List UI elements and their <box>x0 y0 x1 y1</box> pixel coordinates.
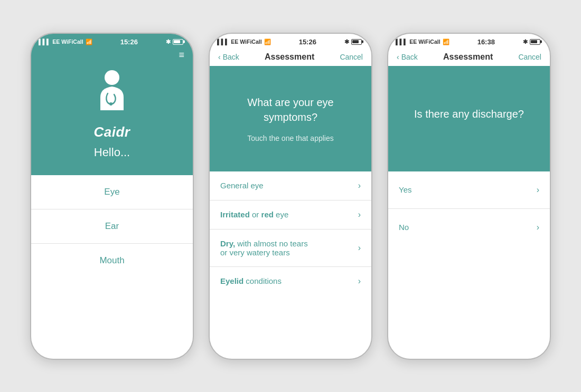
nav-phone2: ‹ Back Assessment Cancel <box>210 48 371 66</box>
hello-text: Hello... <box>94 146 130 159</box>
option-eyelid-label: Eyelid conditions <box>220 276 282 285</box>
status-bar-phone2: ▌▌▌ EE WiFiCall 📶 15:26 ✱ <box>210 34 371 48</box>
cancel-button-phone2[interactable]: Cancel <box>340 53 363 61</box>
status-icons-phone3: ✱ <box>523 39 540 45</box>
menu-item-mouth-label: Mouth <box>99 255 124 266</box>
options-list-phone3: Yes › No › <box>388 171 550 359</box>
question-hero-phone3: Is there any discharge? <box>388 66 550 171</box>
phone-3: ▌▌▌ EE WiFiCall 📶 16:38 ✱ ‹ Back Assessm… <box>387 33 551 360</box>
back-chevron-icon-3: ‹ <box>397 53 399 61</box>
time-label-phone2: 15:26 <box>299 38 316 46</box>
cancel-label-2: Cancel <box>340 53 363 61</box>
bluetooth-icon-3: ✱ <box>523 39 528 45</box>
wifi-icon-2: 📶 <box>264 39 271 45</box>
back-button-phone2[interactable]: ‹ Back <box>218 53 239 61</box>
signal-phone1: ▌▌▌ EE WiFiCall 📶 <box>39 39 92 45</box>
option-general-eye[interactable]: General eye › <box>210 171 371 200</box>
chevron-icon-4: › <box>358 276 361 286</box>
phone1-status-area: ▌▌▌ EE WiFiCall 📶 15:26 ✱ ≡ <box>31 34 193 175</box>
signal-phone3: ▌▌▌ EE WiFiCall 📶 <box>396 39 449 45</box>
question-hero-phone2: What are your eye symptoms? Touch the on… <box>210 66 371 171</box>
doctor-icon <box>91 68 133 116</box>
bluetooth-icon: ✱ <box>166 39 171 45</box>
signal-bars: ▌▌▌ <box>39 39 50 45</box>
svg-point-0 <box>105 70 119 85</box>
option-yes-label: Yes <box>399 185 411 194</box>
battery-icon-phone3 <box>530 39 540 45</box>
phone-1: ▌▌▌ EE WiFiCall 📶 15:26 ✱ ≡ <box>30 33 194 360</box>
chevron-icon-yes: › <box>537 185 539 195</box>
option-irritated-red-eye[interactable]: Irritated or red eye › <box>210 200 371 230</box>
status-icons-phone1: ✱ <box>166 39 183 45</box>
question-subtext-phone2: Touch the one that applies <box>247 134 333 142</box>
nav-title-phone2: Assessment <box>265 52 314 62</box>
svg-point-1 <box>109 102 113 106</box>
back-button-phone3[interactable]: ‹ Back <box>397 53 418 61</box>
carrier-label-3: EE WiFiCall <box>409 39 440 45</box>
chevron-icon-3: › <box>358 243 361 253</box>
chevron-icon-no: › <box>537 223 539 232</box>
signal-bars-2: ▌▌▌ <box>217 39 229 45</box>
home-hero: Caidr Hello... <box>31 63 193 175</box>
battery-icon-phone1 <box>173 39 183 45</box>
menu-list: Eye Ear Mouth <box>31 175 193 359</box>
option-dry-eye-label: Dry, with almost no tearsor very watery … <box>220 239 308 257</box>
option-eyelid-conditions[interactable]: Eyelid conditions › <box>210 267 371 295</box>
phone-2: ▌▌▌ EE WiFiCall 📶 15:26 ✱ ‹ Back Assessm… <box>209 33 372 360</box>
time-label-phone1: 15:26 <box>120 38 138 46</box>
carrier-label-2: EE WiFiCall <box>231 39 261 45</box>
option-general-eye-label: General eye <box>220 181 264 190</box>
option-dry-eye[interactable]: Dry, with almost no tearsor very watery … <box>210 230 371 267</box>
menu-item-eye[interactable]: Eye <box>31 175 193 209</box>
question-text-phone2: What are your eye symptoms? <box>222 95 359 125</box>
chevron-icon-1: › <box>358 181 361 190</box>
phones-container: ▌▌▌ EE WiFiCall 📶 15:26 ✱ ≡ <box>30 33 551 360</box>
menu-item-ear-label: Ear <box>105 221 119 232</box>
app-title: Caidr <box>94 124 130 140</box>
bluetooth-icon-2: ✱ <box>344 39 349 45</box>
carrier-label: EE WiFiCall <box>52 39 83 45</box>
status-bar-phone1: ▌▌▌ EE WiFiCall 📶 15:26 ✱ <box>31 34 193 48</box>
chevron-icon-2: › <box>358 210 361 219</box>
cancel-button-phone3[interactable]: Cancel <box>518 53 541 61</box>
status-icons-phone2: ✱ <box>344 39 362 45</box>
nav-phone3: ‹ Back Assessment Cancel <box>388 48 550 66</box>
wifi-icon: 📶 <box>86 39 92 45</box>
signal-bars-3: ▌▌▌ <box>396 39 407 45</box>
wifi-icon-3: 📶 <box>443 39 449 45</box>
back-label-3: Back <box>401 53 418 61</box>
back-label-2: Back <box>223 53 239 61</box>
signal-phone2: ▌▌▌ EE WiFiCall 📶 <box>217 39 271 45</box>
phone1-header: ≡ <box>31 48 193 63</box>
question-text-phone3: Is there any discharge? <box>414 107 524 121</box>
nav-title-phone3: Assessment <box>443 52 493 62</box>
option-irritated-eye-label: Irritated or red eye <box>220 210 288 219</box>
hamburger-icon[interactable]: ≡ <box>179 50 184 60</box>
time-label-phone3: 16:38 <box>477 38 495 46</box>
status-bar-phone3: ▌▌▌ EE WiFiCall 📶 16:38 ✱ <box>388 34 550 48</box>
option-yes[interactable]: Yes › <box>388 171 550 209</box>
menu-item-mouth[interactable]: Mouth <box>31 244 193 278</box>
option-no[interactable]: No › <box>388 209 550 246</box>
cancel-label-3: Cancel <box>518 53 541 61</box>
option-no-label: No <box>399 223 409 232</box>
back-chevron-icon-2: ‹ <box>218 53 221 61</box>
menu-item-ear[interactable]: Ear <box>31 209 193 244</box>
options-list-phone2: General eye › Irritated or red eye › Dry… <box>210 171 371 359</box>
battery-icon-phone2 <box>351 39 362 45</box>
menu-item-eye-label: Eye <box>104 187 119 197</box>
